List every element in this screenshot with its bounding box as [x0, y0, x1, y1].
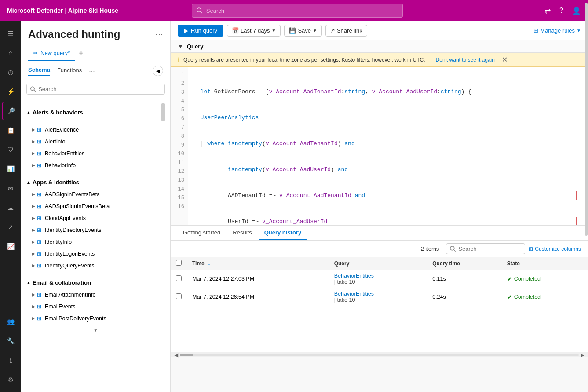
- code-line-5: AADTenantId =~ v_Account_AadTenantId and…: [194, 191, 583, 200]
- section-apps-header[interactable]: ▲ Apps & identities: [21, 176, 170, 188]
- schema-item-aadspnsignin[interactable]: ▶ ⊞ AADSpnSignInEventsBeta ⋯: [21, 200, 170, 212]
- save-label: Save: [298, 27, 311, 34]
- section-email-header[interactable]: ▲ Email & collaboration: [21, 277, 170, 289]
- code-editor[interactable]: 1 2 3 4 5 6 7 8 9 10 11 12 13 14 15 16: [171, 67, 588, 225]
- bottom-scrollbar[interactable]: ◀ ▶: [171, 352, 588, 357]
- global-search-bar[interactable]: [192, 4, 403, 18]
- incidents-icon[interactable]: ◷: [2, 63, 19, 81]
- collapse-sidebar-button[interactable]: ◀: [153, 66, 163, 76]
- help-icon[interactable]: ?: [559, 7, 563, 15]
- settings-gear-icon[interactable]: ⚙: [2, 371, 19, 388]
- collapse-query-icon[interactable]: ▼: [178, 43, 183, 50]
- warning-action-link[interactable]: Don't want to see it again: [436, 57, 495, 63]
- chevron-down-icon: ▼: [577, 28, 581, 33]
- scroll-thumb[interactable]: [180, 354, 193, 356]
- chevron-icon: ▶: [32, 316, 35, 321]
- partner-icon[interactable]: 🔧: [2, 332, 19, 350]
- users-icon[interactable]: 👥: [2, 313, 19, 330]
- code-line-4: isnotempty(v_Account_AadUserId) and: [194, 165, 583, 174]
- schema-item-cloudappevents[interactable]: ▶ ⊞ CloudAppEvents ⋯: [21, 212, 170, 224]
- tab-schema[interactable]: Schema: [28, 66, 50, 76]
- tab-query-history[interactable]: Query history: [259, 226, 307, 240]
- table-icon: ⊞: [37, 139, 41, 145]
- cloud-icon[interactable]: ☁: [2, 199, 19, 216]
- schema-item-behaviorinfo[interactable]: ▶ ⊞ BehaviorInfo ⋯: [21, 159, 170, 171]
- alerts-icon[interactable]: ⚡: [2, 83, 19, 100]
- menu-icon[interactable]: ☰: [2, 25, 19, 42]
- schema-item-identitylogon[interactable]: ▶ ⊞ IdentityLogonEvents ⋯: [21, 248, 170, 260]
- chevron-icon: ▶: [32, 151, 35, 156]
- query-panel: ▼ Query ℹ Query results are presented in…: [171, 40, 588, 225]
- schema-search-input[interactable]: [38, 86, 161, 92]
- scroll-left-icon[interactable]: ◀: [174, 352, 178, 358]
- table-icon: ⊞: [37, 215, 41, 221]
- completed-icon: ✔: [507, 275, 512, 282]
- analytics-icon[interactable]: ↗: [2, 218, 19, 236]
- reports-icon[interactable]: 📋: [2, 121, 19, 139]
- section-email-collab: ▲ Email & collaboration ▶ ⊞ EmailAttachm…: [21, 274, 170, 339]
- results-search-input[interactable]: [458, 245, 520, 252]
- cell-query: BehaviorEntities | take 10: [329, 288, 427, 306]
- code-content[interactable]: let GetUserPeers = (v_Account_AadTenantI…: [188, 67, 588, 225]
- tab-getting-started[interactable]: Getting started: [178, 226, 226, 240]
- row-checkbox-cell[interactable]: [171, 270, 187, 288]
- row-checkbox[interactable]: [176, 275, 182, 281]
- row-checkbox[interactable]: [176, 293, 182, 299]
- schema-item-identityinfo[interactable]: ▶ ⊞ IdentityInfo ⋯: [21, 236, 170, 248]
- item-label: AlertEvidence: [45, 127, 154, 133]
- tab-results[interactable]: Results: [227, 226, 257, 240]
- schema-item-emailpostdelivery[interactable]: ▶ ⊞ EmailPostDeliveryEvents ⋯: [21, 312, 170, 324]
- chevron-icon: ▶: [32, 127, 35, 132]
- share-button[interactable]: ↗ Share link: [325, 25, 367, 37]
- home-icon[interactable]: ⌂: [2, 44, 19, 62]
- global-search-input[interactable]: [206, 7, 398, 14]
- warning-dismiss-icon[interactable]: ✕: [502, 55, 508, 64]
- add-tab-button[interactable]: +: [77, 45, 85, 62]
- schema-item-alertevidence[interactable]: ▶ ⊞ AlertEvidence ⋯: [21, 124, 170, 136]
- tab-functions[interactable]: Functions: [57, 67, 82, 75]
- secure-score-icon[interactable]: 🛡: [2, 141, 19, 158]
- code-line-3: | where isnotempty(v_Account_AadTenantId…: [194, 139, 583, 148]
- col-header-time[interactable]: Time ↓: [187, 257, 329, 270]
- scroll-track[interactable]: [180, 354, 579, 356]
- vertical-scrollbar[interactable]: [584, 67, 588, 225]
- email-icon[interactable]: ✉: [2, 180, 19, 197]
- row-checkbox-cell[interactable]: [171, 288, 187, 306]
- cell-time: Mar 7, 2024 12:26:54 PM: [187, 288, 329, 306]
- table-icon: ⊞: [37, 191, 41, 198]
- schema-item-behaviorentities[interactable]: ▶ ⊞ BehaviorEntities ⋯: [21, 147, 170, 159]
- schema-item-emailattachment[interactable]: ▶ ⊞ EmailAttachmentInfo ⋯: [21, 289, 170, 300]
- schema-item-identityquery[interactable]: ▶ ⊞ IdentityQueryEvents ⋯: [21, 260, 170, 271]
- customize-columns-button[interactable]: ⊞ Customize columns: [529, 246, 581, 252]
- scroll-right-icon[interactable]: ▶: [581, 352, 584, 358]
- schema-item-identitydirectory[interactable]: ▶ ⊞ IdentityDirectoryEvents ⋯: [21, 224, 170, 236]
- cell-query: BehaviorEntities | take 10: [329, 270, 427, 288]
- profile-icon[interactable]: 👤: [572, 7, 581, 15]
- results-search-bar[interactable]: [446, 243, 525, 254]
- hunting-icon[interactable]: 🔎: [2, 102, 19, 120]
- schema-search-bar[interactable]: [26, 84, 165, 95]
- save-button[interactable]: 💾 Save ▼: [284, 25, 322, 37]
- schema-item-aadsignin[interactable]: ▶ ⊞ AADSignInEventsBeta ⋯: [21, 188, 170, 200]
- run-query-button[interactable]: ▶ Run query: [178, 25, 223, 37]
- time-range-button[interactable]: 📅 Last 7 days ▼: [227, 25, 281, 37]
- cell-state: ✔ Completed: [502, 270, 588, 288]
- select-all-checkbox[interactable]: [176, 260, 182, 266]
- connections-icon[interactable]: ⇄: [545, 7, 551, 15]
- manage-rules-button[interactable]: ⊞ Manage rules ▼: [533, 27, 581, 34]
- exposure-icon[interactable]: 📊: [2, 160, 19, 178]
- scroll-down-indicator[interactable]: ▼: [94, 328, 98, 333]
- tab-more[interactable]: ...: [89, 66, 95, 76]
- search-icon: [197, 7, 202, 14]
- page-more-icon[interactable]: ⋯: [155, 29, 163, 39]
- chevron-icon: ▶: [32, 304, 35, 309]
- info-icon[interactable]: ℹ: [2, 352, 19, 369]
- chevron-icon: ▶: [32, 239, 35, 244]
- section-alerts-header[interactable]: ▲ Alerts & behaviors: [21, 101, 170, 124]
- schema-item-emailevents[interactable]: ▶ ⊞ EmailEvents ⋯: [21, 300, 170, 312]
- query-tab-new[interactable]: ✏ New query*: [28, 46, 75, 61]
- reports2-icon[interactable]: 📈: [2, 238, 19, 255]
- page-title: Advanced hunting: [28, 28, 120, 40]
- schema-item-alertinfo[interactable]: ▶ ⊞ AlertInfo ⋯: [21, 136, 170, 147]
- top-nav-icons: ⇄ ? 👤: [545, 7, 581, 15]
